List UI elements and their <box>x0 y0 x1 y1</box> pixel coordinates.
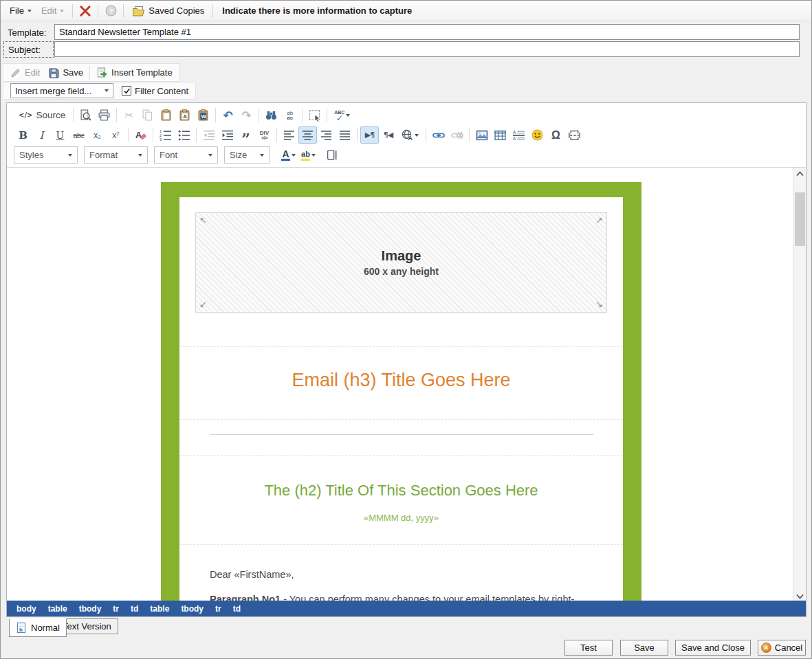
path-item[interactable]: body <box>17 604 36 614</box>
copy-button <box>138 107 157 124</box>
chevron-down-icon <box>68 154 72 157</box>
scrollbar-thumb[interactable] <box>795 192 805 246</box>
div-container-button[interactable]: DIV </> <box>255 126 274 144</box>
superscript-button[interactable]: x2 <box>107 126 125 144</box>
format-select[interactable]: Format <box>84 146 148 164</box>
date-merge-field[interactable]: «MMMM dd, yyyy» <box>179 513 623 523</box>
toolbar-separator <box>327 108 327 122</box>
tab-normal[interactable]: h Normal <box>9 618 67 637</box>
path-item[interactable]: table <box>48 604 67 614</box>
table-button[interactable] <box>491 126 509 144</box>
scroll-up-button[interactable] <box>793 168 806 179</box>
delete-button[interactable] <box>76 3 94 19</box>
editor-canvas[interactable]: ↖ ↗ ↙ ↘ Image 600 x any height Email (h3… <box>7 168 793 602</box>
format-select-label: Format <box>89 150 118 160</box>
size-select[interactable]: Size <box>224 146 270 164</box>
save-button[interactable]: Save <box>44 66 87 80</box>
text-color-icon: A <box>281 150 290 161</box>
styles-select[interactable]: Styles <box>14 146 78 164</box>
numbered-list-button[interactable]: 123 <box>156 126 175 144</box>
toolbar-separator <box>302 108 303 122</box>
print-button[interactable] <box>95 107 113 124</box>
page-break-button[interactable] <box>565 126 584 144</box>
text-direction-rtl-button[interactable]: ¶◀ <box>379 126 397 144</box>
special-character-button[interactable]: Ω <box>547 126 565 144</box>
text-direction-ltr-button[interactable]: ▶¶ <box>360 126 379 144</box>
replace-button[interactable]: ab ac <box>281 107 299 124</box>
insert-template-button[interactable]: Insert Template <box>92 66 177 80</box>
toolbar-separator <box>153 128 153 142</box>
tab-text-version-label: Text Version <box>63 621 111 632</box>
language-button[interactable]: A <box>397 126 423 144</box>
image-button[interactable] <box>472 126 491 144</box>
strikethrough-button[interactable]: abc <box>69 126 88 144</box>
filter-content-checkbox[interactable]: Filter Content <box>118 85 193 98</box>
horizontal-rule-button[interactable]: A A <box>509 126 528 144</box>
template-input[interactable] <box>54 24 800 40</box>
bold-button[interactable]: B <box>14 126 32 144</box>
path-item[interactable]: tbody <box>79 604 102 614</box>
merge-field-select[interactable]: Insert merge field... <box>10 83 113 98</box>
editor-scrollbar[interactable] <box>793 168 806 602</box>
link-button[interactable] <box>429 126 448 144</box>
file-menu[interactable]: File <box>5 3 36 19</box>
image-placeholder[interactable]: ↖ ↗ ↙ ↘ Image 600 x any height <box>195 212 607 313</box>
smiley-icon <box>531 129 543 141</box>
saved-copies-button[interactable]: Saved Copies <box>127 3 209 19</box>
saved-copies-label: Saved Copies <box>149 5 204 16</box>
bulleted-list-button[interactable] <box>175 126 193 144</box>
path-item[interactable]: tr <box>113 604 119 614</box>
chevron-down-icon <box>60 10 64 12</box>
italic-button[interactable]: I <box>32 126 51 144</box>
source-button[interactable]: </> Source <box>14 107 70 124</box>
save-and-close-button[interactable]: Save and Close <box>675 640 751 656</box>
paste-button[interactable] <box>157 107 175 124</box>
smiley-button[interactable] <box>528 126 547 144</box>
remove-format-button[interactable]: A <box>131 126 150 144</box>
cancel-icon: ✕ <box>761 643 771 653</box>
edit-button-label: Edit <box>25 67 40 78</box>
save-footer-button[interactable]: Save <box>620 640 668 656</box>
font-select[interactable]: Font <box>154 146 218 164</box>
underline-button[interactable]: U <box>51 126 69 144</box>
path-item[interactable]: tbody <box>181 604 204 614</box>
preview-button[interactable] <box>76 107 95 124</box>
find-button[interactable] <box>262 107 281 124</box>
align-right-button[interactable] <box>317 126 336 144</box>
increase-indent-button[interactable] <box>218 126 237 144</box>
path-item[interactable]: tr <box>215 604 221 614</box>
table-cell-border <box>179 455 623 456</box>
path-item[interactable]: td <box>233 604 241 614</box>
paste-from-word-button[interactable]: W <box>194 107 212 124</box>
path-item[interactable]: td <box>131 604 138 614</box>
background-color-button[interactable]: ab <box>298 146 318 164</box>
justify-button[interactable] <box>336 126 354 144</box>
email-h3-title[interactable]: Email (h3) Title Goes Here <box>179 370 623 391</box>
blockquote-button[interactable]: ” <box>237 126 255 144</box>
subscript-button[interactable]: x2 <box>88 126 107 144</box>
superscript-icon: x2 <box>112 131 119 140</box>
test-button[interactable]: Test <box>564 640 613 656</box>
preview-icon <box>80 109 91 121</box>
undo-icon: ↶ <box>223 109 233 122</box>
paste-plain-text-button[interactable]: A <box>175 107 194 124</box>
capture-note: Indicate there is more information to ca… <box>217 5 417 16</box>
spell-check-button[interactable]: ABC ✓ <box>330 107 354 124</box>
show-blocks-button[interactable] <box>322 146 341 164</box>
text-color-button[interactable]: A <box>278 146 298 164</box>
path-item[interactable]: table <box>150 604 169 614</box>
section-h2-title[interactable]: The (h2) Title Of This Section Goes Here <box>179 482 623 500</box>
copy-icon <box>142 109 153 121</box>
align-left-button[interactable] <box>280 126 298 144</box>
help-icon: ? <box>105 5 117 16</box>
undo-button[interactable]: ↶ <box>219 107 237 124</box>
align-center-button[interactable] <box>298 126 317 144</box>
subject-input[interactable] <box>54 41 800 57</box>
select-all-button[interactable] <box>305 107 324 124</box>
toolbar-separator <box>73 108 74 122</box>
greeting-text[interactable]: Dear «FirstName», <box>210 569 294 580</box>
insert-template-button-label: Insert Template <box>111 67 173 78</box>
svg-text:W: W <box>201 113 207 120</box>
cut-icon: ✂ <box>124 109 133 122</box>
cancel-button[interactable]: ✕ Cancel <box>758 640 806 656</box>
